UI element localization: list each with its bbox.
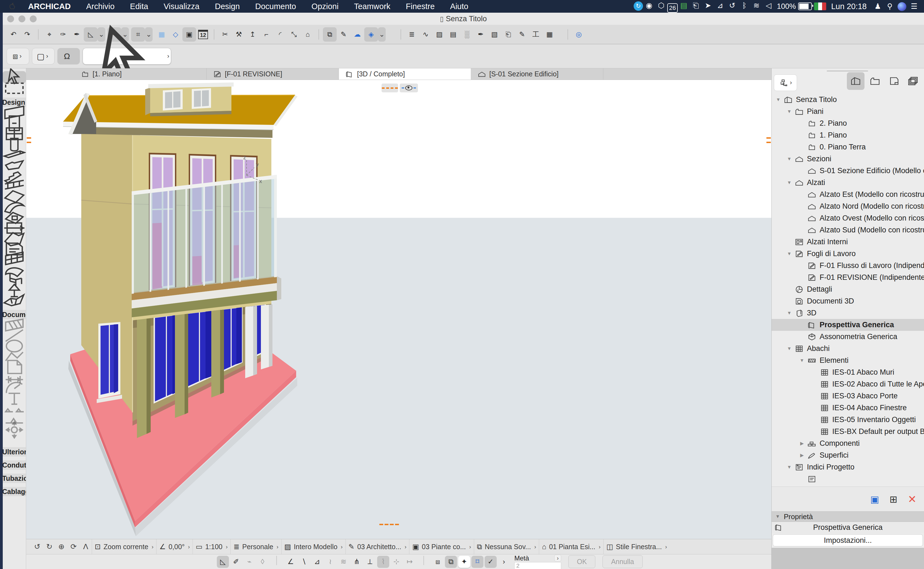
tree-item[interactable]: 2. Piano <box>772 117 924 129</box>
fillet[interactable]: ◜ <box>273 27 287 42</box>
tree-item[interactable]: Alzati Interni <box>772 236 924 248</box>
bbox-2d[interactable]: ⧈ <box>432 556 444 568</box>
close[interactable]: ✕ <box>905 492 919 507</box>
snap-offset[interactable]: ≀ <box>324 556 336 568</box>
intersect[interactable]: ⌐ <box>259 27 273 42</box>
editing-plane-toggle[interactable] <box>382 84 398 92</box>
menu-item[interactable]: Design <box>207 2 247 11</box>
surfaces[interactable]: ▧ <box>488 27 501 42</box>
move-point-tool[interactable] <box>3 426 26 436</box>
time-machine[interactable]: ↺ <box>726 0 738 11</box>
value-field[interactable]: 2 <box>514 562 561 569</box>
menu-item[interactable]: Visualizza <box>156 2 207 11</box>
tree-item[interactable] <box>772 473 924 485</box>
tree-item[interactable]: ▼Indici Progetto <box>772 461 924 473</box>
split[interactable]: ✂ <box>218 27 232 42</box>
tree-item[interactable]: IES-02 Abaco di Tutte le Aperture <box>772 378 924 390</box>
freehand[interactable]: ✎ <box>337 27 350 42</box>
menu-item[interactable]: Documento <box>247 2 303 11</box>
magnet[interactable]: Ω <box>57 48 80 64</box>
tree-item[interactable]: F-01 Flusso di Lavoro (Indipendente) <box>772 260 924 272</box>
stacks[interactable]: ▤ <box>678 0 690 11</box>
publisher[interactable] <box>905 72 922 90</box>
tree-item[interactable]: IES-03 Abaco Porte <box>772 390 924 402</box>
airplay[interactable]: ⊿ <box>714 0 726 11</box>
snap-division[interactable]: ⊹ <box>390 556 402 568</box>
inject-params[interactable]: ✒ <box>70 27 84 42</box>
status-segment[interactable]: ≣Personale› <box>230 539 281 554</box>
snap-distance[interactable]: ↦ <box>404 556 416 568</box>
adjust[interactable]: ↥ <box>246 27 259 42</box>
eraser[interactable]: ◊ <box>256 556 269 568</box>
snap-intersect[interactable]: ⋔ <box>351 556 363 568</box>
pens[interactable]: ✒ <box>474 27 488 42</box>
panel-settings[interactable]: ▣ <box>868 492 882 507</box>
editing-plane[interactable]: ◇ <box>168 27 182 42</box>
tree-item[interactable]: IES-BX Default per output BIMx <box>772 426 924 438</box>
sync[interactable]: ↻ <box>634 2 643 11</box>
creative-cloud[interactable]: ◉ <box>643 0 655 11</box>
ruler-12[interactable]: 12 <box>196 27 210 42</box>
transform-marquee[interactable]: ⧈› <box>7 48 29 64</box>
status-segment[interactable]: ◫Stile Finestra...› <box>603 539 670 554</box>
snap-parallel[interactable]: ∖ <box>298 556 310 568</box>
tree-item[interactable]: Alzato Nord (Modello con ricostruzione a <box>772 201 924 212</box>
arrow-cursor[interactable]: › <box>83 48 171 64</box>
tree-item[interactable]: Dettagli <box>772 283 924 295</box>
zoom-in[interactable]: ⊕ <box>55 541 67 553</box>
menu-item[interactable]: Teamwork <box>346 2 398 11</box>
menu-item[interactable]: Opzioni <box>304 2 346 11</box>
toolbar-button[interactable] <box>214 29 214 40</box>
edit-option-button[interactable] <box>423 556 424 565</box>
relative-position-combo[interactable]: Metà› 2 <box>514 554 561 569</box>
view-tab[interactable]: [1. Piano] <box>74 68 206 80</box>
notch-shape[interactable]: ⬡ <box>655 0 667 11</box>
tool[interactable]: Ulteriori <box>3 447 26 456</box>
walk[interactable]: ᐱ <box>80 541 92 553</box>
tool[interactable]: Condutt <box>3 460 26 470</box>
status-segment[interactable]: ▣03 Piante co...› <box>409 539 473 554</box>
marquee-cursor[interactable]: ▢› <box>32 48 55 64</box>
snap-elements[interactable]: ✓ <box>485 556 497 568</box>
resize[interactable]: ⤡ <box>287 27 301 42</box>
tree-item[interactable]: ▼Senza Titolo <box>772 94 924 106</box>
menu-item[interactable]: Edita <box>122 2 156 11</box>
orbit[interactable]: ⟳ <box>67 541 80 553</box>
layout-book[interactable] <box>885 72 903 90</box>
tree-item[interactable]: Prospettiva Generica <box>772 319 924 331</box>
guide-ruler[interactable]: ◺ <box>217 556 229 568</box>
chevron-right-icon[interactable]: › <box>554 555 561 561</box>
status-segment[interactable]: ⊡Zoom corrente› <box>92 539 156 554</box>
italian-flag-icon[interactable] <box>814 3 826 10</box>
snap-multi-offset[interactable]: ≋ <box>337 556 350 568</box>
tree-item[interactable]: ▼Alzati <box>772 177 924 189</box>
bluetooth[interactable]: ᛒ <box>738 0 750 11</box>
marquee-tool[interactable] <box>3 83 26 95</box>
status-segment[interactable]: ▭1:100› <box>193 539 230 554</box>
tree-item[interactable]: ▼Fogli di Lavoro <box>772 248 924 260</box>
chevron-right[interactable]: › <box>498 556 510 568</box>
toolbar-button[interactable] <box>401 29 401 40</box>
tree-item[interactable]: IES-05 Inventario Oggetti <box>772 414 924 426</box>
tree-item[interactable]: ▶Componenti <box>772 438 924 449</box>
tree-item[interactable]: ▼Abachi <box>772 343 924 354</box>
marquee-transform[interactable]: ⧉ <box>323 27 337 42</box>
profiles[interactable]: 工 <box>529 27 543 42</box>
tree-item[interactable]: Alzato Ovest (Modello con ricostruzione … <box>772 212 924 224</box>
tree-item[interactable]: 1. Piano <box>772 129 924 141</box>
panel-drag-handle[interactable] <box>827 71 868 72</box>
settings-button[interactable]: Impostazioni... <box>773 534 923 546</box>
magic-wand[interactable]: ✦ <box>458 556 470 568</box>
redo[interactable]: ↷ <box>20 27 34 42</box>
tree-item[interactable]: ▼Piani <box>772 106 924 117</box>
status-segment[interactable]: ∠0,00°› <box>156 539 193 554</box>
properties-header[interactable]: ▼ Proprietà <box>772 511 924 522</box>
trim[interactable]: ⚒ <box>232 27 246 42</box>
visibility-eye-toggle[interactable] <box>400 84 418 92</box>
tree-item[interactable]: IES-01 Abaco Muri <box>772 367 924 378</box>
user[interactable]: ♟ <box>872 1 884 12</box>
pickup-params[interactable]: ✑ <box>56 27 70 42</box>
node-edit[interactable]: ▣ <box>182 27 196 42</box>
hatches[interactable]: ░ <box>460 27 474 42</box>
tree-item[interactable]: S-01 Sezione Edificio (Modello con ricos… <box>772 165 924 177</box>
